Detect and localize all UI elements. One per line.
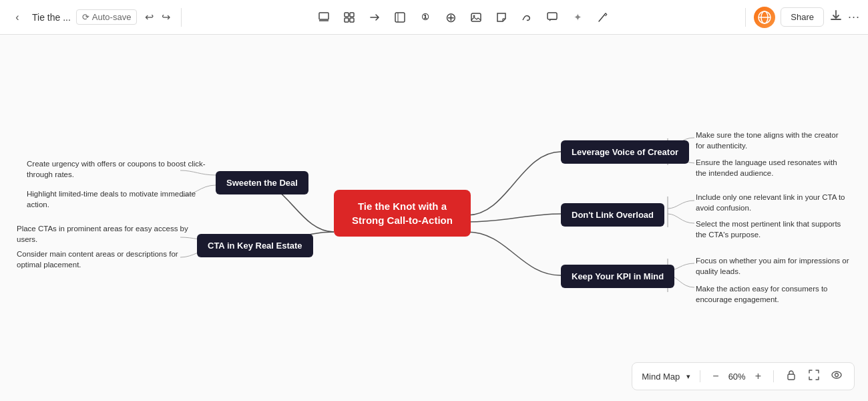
toolbar-divider-2 [745,8,746,27]
redo-button[interactable]: ↪ [159,8,173,26]
text-tool-button[interactable]: ① [415,7,436,28]
svg-rect-12 [548,13,557,19]
svg-rect-0 [319,13,329,19]
canvas: Tie the Knot with a Strong Call-to-Actio… [0,35,868,401]
leverage-node[interactable]: Leverage Voice of Creator [561,140,689,164]
central-node[interactable]: Tie the Knot with a Strong Call-to-Actio… [334,190,471,237]
lock-button[interactable] [783,368,799,384]
select-tool-button[interactable] [313,7,335,28]
leverage-text-2: Ensure the language used resonates with … [696,157,849,178]
undo-button[interactable]: ↩ [142,8,156,26]
dropdown-icon: ▾ [686,372,690,381]
autosave-label: Auto-save [92,12,132,22]
svg-rect-8 [471,13,481,21]
kpi-text-2: Make the action easy for consumers to en… [696,283,849,305]
draw-tool-button[interactable] [516,7,537,28]
view-mode-label: Mind Map [642,372,680,382]
leverage-node-label: Leverage Voice of Creator [572,147,678,157]
svg-point-18 [835,374,839,377]
nolink-text-2: Select the most pertinent link that supp… [696,219,849,240]
more-options-button[interactable]: ··· [848,10,860,24]
connect-tool-button[interactable] [364,7,385,28]
share-button[interactable]: Share [781,7,824,27]
central-node-label: Tie the Knot with a Strong Call-to-Actio… [352,200,453,226]
bottom-bar: Mind Map ▾ − 60% + [632,362,855,390]
eye-button[interactable] [829,368,845,384]
sweeten-node-label: Sweeten the Deal [226,178,298,188]
svg-rect-2 [345,13,349,17]
comment-tool-button[interactable] [541,7,563,28]
svg-point-17 [832,372,841,378]
bottom-bar-divider-2 [773,370,774,382]
autosave-icon: ⟳ [82,12,89,22]
nolink-text-1: Include only one relevant link in your C… [696,192,849,213]
svg-rect-6 [395,13,405,22]
undo-redo-group: ↩ ↪ [142,8,173,26]
bottom-bar-divider-1 [700,370,700,382]
cta-node[interactable]: CTA in Key Real Estate [197,234,313,257]
shape-tool-button[interactable] [389,7,411,28]
frame-tool-button[interactable] [339,7,360,28]
svg-rect-5 [350,18,354,22]
sticky-tool-button[interactable] [491,7,512,28]
document-title: Tie the ... [32,12,71,23]
zoom-level: 60% [728,372,746,382]
sweeten-text-2: Highlight limited-time deals to motivate… [27,188,207,210]
kpi-node-label: Keep Your KPI in Mind [572,271,664,281]
toolbar-divider-1 [181,8,182,27]
sweeten-node[interactable]: Sweeten the Deal [216,171,308,194]
back-button[interactable]: ‹ [8,8,27,27]
nolink-node[interactable]: Don't Link Overload [561,203,664,227]
sweeten-text-1: Create urgency with offers or coupons to… [27,158,207,180]
toolbar: ‹ Tie the ... ⟳ Auto-save ↩ ↪ ① ⊕ [0,0,868,35]
add-tool-button[interactable]: ⊕ [440,7,461,28]
svg-rect-3 [350,13,354,17]
app-logo [754,7,775,28]
svg-point-9 [473,15,475,17]
zoom-out-button[interactable]: − [710,369,721,384]
kpi-text-1: Focus on whether you aim for impressions… [696,255,849,277]
ai-tool-button[interactable]: ✦ [567,7,588,28]
cta-text-1: Place CTAs in prominent areas for easy a… [17,223,197,245]
toolbar-right: Share ··· [754,7,860,28]
autosave-indicator: ⟳ Auto-save [76,9,138,25]
zoom-in-button[interactable]: + [752,369,764,384]
cta-node-label: CTA in Key Real Estate [208,241,302,251]
nolink-node-label: Don't Link Overload [572,210,654,220]
laser-tool-button[interactable] [592,7,614,28]
kpi-node[interactable]: Keep Your KPI in Mind [561,265,674,288]
fullscreen-button[interactable] [806,368,822,384]
leverage-text-1: Make sure the tone aligns with the creat… [696,130,849,151]
svg-rect-16 [788,374,795,380]
toolbar-left: ‹ Tie the ... ⟳ Auto-save ↩ ↪ [8,8,173,27]
toolbar-center: ① ⊕ ✦ [190,7,737,28]
download-button[interactable] [829,9,843,25]
cta-text-2: Consider main content areas or descripti… [17,249,197,270]
svg-rect-4 [345,18,349,22]
image-tool-button[interactable] [465,7,487,28]
